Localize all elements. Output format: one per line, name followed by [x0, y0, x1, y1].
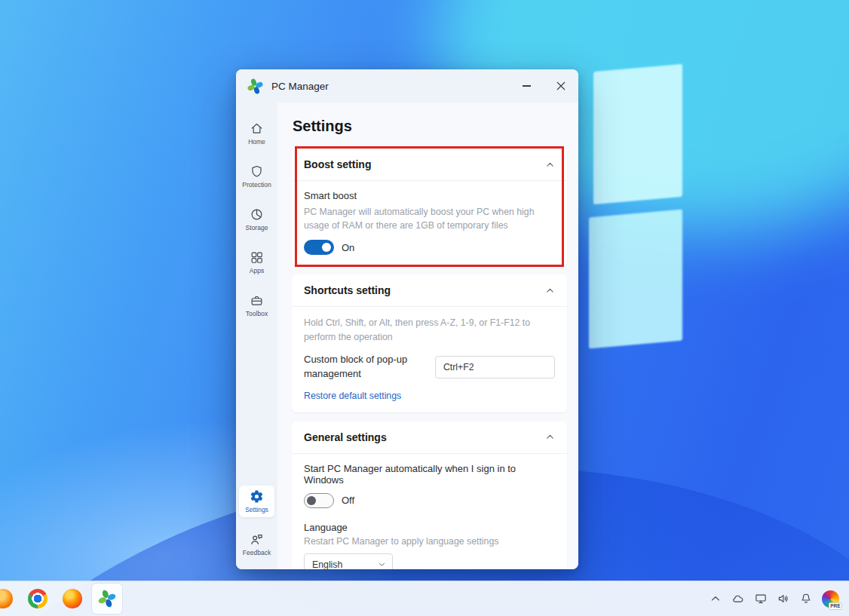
sidebar-item-toolbox[interactable]: Toolbox — [239, 290, 274, 321]
sidebar-item-home[interactable]: Home — [239, 118, 274, 149]
desktop: PC Manager — [0, 0, 849, 616]
custom-block-label: Custom block of pop-up management — [304, 353, 435, 382]
chevron-up-icon[interactable] — [545, 160, 555, 170]
tray-chevron-up[interactable] — [707, 591, 723, 607]
sidebar-item-label: Storage — [246, 224, 268, 231]
chevron-up-icon — [709, 592, 722, 605]
close-button[interactable] — [544, 69, 578, 103]
bell-icon — [799, 592, 813, 605]
shortcuts-description: Hold Ctrl, Shift, or Alt, then press A-Z… — [304, 316, 555, 344]
boost-card-header[interactable]: Boost setting — [292, 149, 567, 180]
taskbar-partial-app[interactable] — [0, 584, 18, 614]
chevron-up-icon[interactable] — [545, 286, 555, 296]
autostart-toggle-row: Off — [304, 493, 555, 508]
pc-manager-window: PC Manager — [236, 69, 578, 569]
tray-notifications[interactable] — [798, 591, 814, 607]
language-value: English — [312, 559, 342, 569]
window-title: PC Manager — [271, 81, 329, 92]
sidebar-item-protection[interactable]: Protection — [239, 161, 274, 192]
smart-boost-toggle-row: On — [304, 240, 555, 255]
tray-network[interactable] — [752, 591, 768, 607]
window-body: Home Protection Storage — [236, 103, 578, 569]
shield-icon — [250, 164, 264, 179]
language-label: Language — [304, 522, 555, 533]
feedback-icon — [250, 532, 264, 547]
firefox-icon — [63, 589, 82, 608]
storage-icon — [250, 207, 264, 222]
chrome-icon — [28, 589, 48, 608]
sidebar-item-label: Apps — [250, 267, 264, 274]
smart-boost-toggle-label: On — [342, 242, 354, 253]
wallpaper-pane-1 — [593, 64, 682, 204]
chevron-up-icon[interactable] — [545, 432, 555, 442]
sidebar-item-storage[interactable]: Storage — [239, 204, 274, 235]
page-title: Settings — [293, 118, 567, 135]
general-card-header[interactable]: General settings — [292, 421, 567, 453]
close-icon — [556, 81, 565, 90]
restore-defaults-link[interactable]: Restore default settings — [304, 391, 401, 401]
sidebar-item-settings[interactable]: Settings — [239, 486, 274, 517]
pc-manager-logo-icon — [247, 78, 264, 95]
taskbar-chrome[interactable] — [23, 584, 53, 614]
sidebar: Home Protection Storage — [236, 103, 277, 569]
language-dropdown[interactable]: English — [304, 553, 393, 569]
smart-boost-label: Smart boost — [304, 190, 555, 201]
shortcuts-card-body: Hold Ctrl, Shift, or Alt, then press A-Z… — [292, 307, 567, 412]
system-tray: PRE — [707, 589, 849, 608]
shortcuts-card-title: Shortcuts setting — [304, 284, 391, 296]
settings-page: Settings Boost setting Smart boost PC Ma… — [277, 103, 578, 569]
shortcut-input[interactable]: Ctrl+F2 — [435, 356, 555, 378]
smart-boost-description: PC Manager will automatically boost your… — [304, 205, 555, 232]
boost-setting-card: Boost setting Smart boost PC Manager wil… — [292, 149, 567, 265]
sidebar-item-label: Toolbox — [246, 310, 268, 317]
taskbar: PRE — [0, 581, 849, 616]
autostart-toggle-label: Off — [342, 495, 354, 506]
cloud-icon — [731, 592, 745, 605]
sidebar-item-label: Settings — [245, 506, 268, 513]
gear-icon — [250, 489, 264, 504]
general-settings-card: General settings Start PC Manager automa… — [292, 421, 567, 569]
shortcuts-setting-card: Shortcuts setting Hold Ctrl, Shift, or A… — [292, 274, 567, 412]
general-card-title: General settings — [304, 431, 387, 443]
shortcuts-card-header[interactable]: Shortcuts setting — [292, 274, 567, 306]
taskbar-apps — [0, 584, 122, 614]
partial-app-icon — [0, 589, 13, 608]
window-controls — [509, 69, 578, 103]
boost-card-title: Boost setting — [304, 158, 371, 170]
general-card-body: Start PC Manager automatically when I si… — [292, 454, 567, 569]
toolbox-icon — [250, 293, 264, 308]
tray-insider-preview[interactable]: PRE — [820, 589, 840, 608]
apps-icon — [250, 250, 264, 265]
pre-badge: PRE — [829, 602, 842, 610]
titlebar: PC Manager — [236, 69, 578, 103]
network-icon — [754, 592, 768, 605]
sidebar-item-label: Home — [248, 138, 265, 146]
toggle-knob — [307, 496, 316, 505]
sidebar-item-apps[interactable]: Apps — [239, 247, 274, 278]
boost-card-body: Smart boost PC Manager will automaticall… — [292, 181, 567, 265]
minimize-button[interactable] — [509, 69, 544, 103]
pc-manager-icon — [97, 589, 117, 608]
smart-boost-toggle[interactable] — [304, 240, 334, 255]
taskbar-pc-manager[interactable] — [92, 584, 122, 614]
toggle-knob — [322, 243, 331, 252]
minimize-icon — [523, 85, 531, 86]
tray-onedrive[interactable] — [730, 591, 746, 607]
sidebar-item-feedback[interactable]: Feedback — [239, 529, 274, 560]
taskbar-firefox[interactable] — [57, 584, 87, 614]
sidebar-item-label: Protection — [242, 181, 271, 188]
autostart-toggle[interactable] — [304, 493, 334, 508]
volume-icon — [777, 592, 790, 605]
tray-volume[interactable] — [775, 591, 791, 607]
home-icon — [250, 121, 264, 136]
autostart-label: Start PC Manager automatically when I si… — [304, 463, 555, 486]
sidebar-item-label: Feedback — [243, 549, 271, 556]
custom-block-row: Custom block of pop-up management Ctrl+F… — [304, 353, 555, 382]
wallpaper-pane-2 — [589, 210, 682, 349]
chevron-down-icon — [378, 560, 386, 568]
language-hint: Restart PC Manager to apply language set… — [304, 536, 555, 547]
